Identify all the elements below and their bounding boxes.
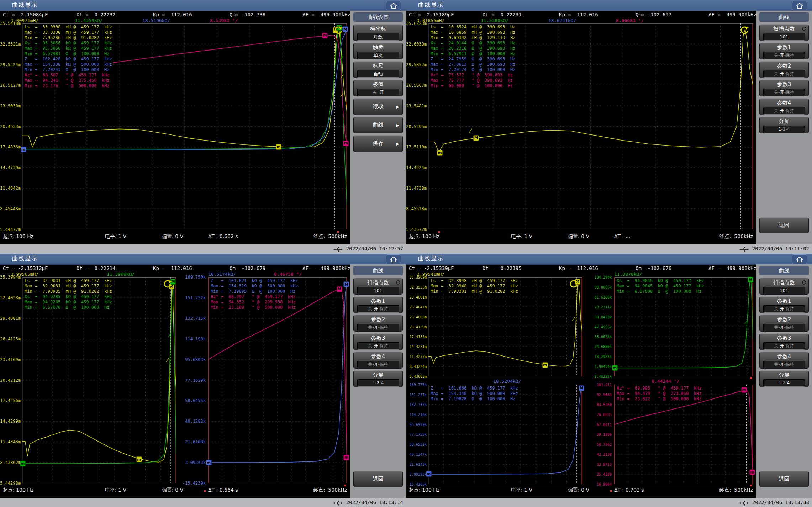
back-button[interactable]: 返回	[759, 217, 809, 233]
option-1[interactable]: 关	[774, 306, 778, 311]
param1-button[interactable]: 参数1关-开-保持	[353, 296, 403, 313]
option-3[interactable]: 保持	[380, 306, 388, 311]
y-axis-label: 47.4556k	[595, 325, 612, 329]
sweep-points-button[interactable]: 扫描点数101	[353, 278, 403, 295]
option-2[interactable]: 开	[374, 362, 378, 367]
option-3[interactable]: 4	[787, 380, 790, 385]
y-axis-label: 70.2311k	[595, 305, 612, 309]
sweep-points-button[interactable]: 扫描点数101	[759, 24, 809, 41]
home-button[interactable]	[386, 254, 401, 264]
option-3[interactable]: 保持	[786, 343, 794, 348]
option-1[interactable]: 关	[774, 108, 778, 113]
param1-button[interactable]: 参数1关-开-保持	[759, 296, 809, 313]
option-1[interactable]: 关	[774, 343, 778, 348]
option-2[interactable]: 开	[780, 90, 784, 95]
option-2[interactable]: 开	[780, 325, 784, 330]
param4-button[interactable]: 参数4关-开-保持	[353, 352, 403, 369]
softkey-options: 关-开-保持	[763, 70, 805, 78]
option-1[interactable]: 关	[368, 325, 372, 330]
option-3[interactable]: 保持	[786, 90, 794, 95]
option-3[interactable]: 保持	[380, 362, 388, 367]
option-1[interactable]: 关	[774, 362, 778, 367]
readout-line: Max = 94.352 ° @ 299.938 kHz	[210, 300, 296, 305]
option-1[interactable]: 关	[373, 90, 377, 95]
option-2[interactable]: 开	[374, 325, 378, 330]
param4-button[interactable]: 参数4关-开-保持	[759, 98, 809, 115]
softkey-label: 参数2	[354, 316, 402, 323]
option-3[interactable]: 保持	[786, 71, 794, 76]
option-2[interactable]: 开	[780, 362, 784, 367]
param2-button[interactable]: 参数2关-开-保持	[353, 315, 403, 332]
readout-line: Max = 94.9045 kΩ @ 459.177 kHz	[616, 284, 705, 289]
sweep-refresh-icon	[569, 279, 578, 289]
split-screen-button[interactable]: 分屏1-2-4	[759, 117, 809, 133]
option-3[interactable]: 保持	[786, 325, 794, 330]
readout-line: Min = 23.189 ° @ 500.000 kHz	[210, 305, 296, 310]
param2-button[interactable]: 参数2关-开-保持	[759, 315, 809, 332]
option-1[interactable]: 关	[368, 343, 372, 348]
softkey-label: 返回	[760, 222, 808, 229]
back-button[interactable]: 返回	[353, 471, 403, 487]
save-button[interactable]: 保存▶	[353, 135, 403, 152]
stat-item: Ct = -2.15189μF	[409, 12, 454, 17]
option-3[interactable]: 保持	[786, 306, 794, 311]
read-button[interactable]: 读取▶	[353, 98, 403, 115]
refresh-icon	[801, 280, 806, 286]
softkey-label: 参数3	[354, 335, 402, 342]
option-1[interactable]: 关	[774, 53, 778, 58]
y-axis-label: 59.1986	[597, 433, 612, 437]
split-screen-button[interactable]: 分屏1-2-4	[353, 370, 403, 387]
option-1[interactable]: 关	[774, 71, 778, 76]
y-axis-label: 11.4343m	[0, 439, 21, 444]
instrument-screen: { "colors": { "yellow": "#d2d200", "gree…	[0, 0, 812, 507]
sweep-points-button[interactable]: 扫描点数101	[759, 278, 809, 295]
home-button[interactable]	[386, 1, 401, 10]
option-3[interactable]: 保持	[786, 108, 794, 113]
stat-item: Kp = 112.016	[153, 12, 192, 17]
option-3[interactable]: 保持	[380, 343, 388, 348]
param3-button[interactable]: 参数3关-开-保持	[353, 333, 403, 350]
option-3[interactable]: 保持	[380, 325, 388, 330]
trigger-button[interactable]: 触发单次	[353, 43, 403, 59]
ruler-button[interactable]: 标尺自动	[353, 61, 403, 78]
option-2[interactable]: 开	[780, 306, 784, 311]
home-button[interactable]	[792, 1, 807, 10]
option-2[interactable]: 开	[780, 343, 784, 348]
y-axis-label: 17.4836m	[0, 144, 21, 149]
option-2[interactable]: 开	[780, 53, 784, 58]
option-2[interactable]: 开	[374, 306, 378, 311]
param3-button[interactable]: 参数3关-开-保持	[759, 80, 809, 96]
param2-button[interactable]: 参数2关-开-保持	[759, 61, 809, 78]
trace-readout: Z = 101.666 kΩ @ 459.177 kHzMax = 154.34…	[430, 386, 519, 402]
softkey-label: 返回	[760, 476, 808, 482]
option-2[interactable]: 开	[374, 343, 378, 348]
option-1[interactable]: 关	[774, 325, 778, 330]
softkey-options: 关 开	[357, 89, 399, 96]
marker-max: M	[473, 135, 479, 141]
option-2[interactable]: 开	[780, 108, 784, 113]
x-axis-mode-button[interactable]: 横坐标对数	[353, 24, 403, 41]
curve-button[interactable]: 曲线▶	[353, 117, 403, 133]
extremum-button[interactable]: 极值关 开	[353, 80, 403, 96]
softkey-label: 分屏	[760, 372, 808, 379]
y-axis-label: 17.4256m	[0, 398, 21, 403]
option-3[interactable]: 保持	[786, 53, 794, 58]
readout-line: Min = 6.57911 Ω @ 100.000 Hz	[430, 51, 516, 57]
back-button[interactable]: 返回	[759, 471, 809, 487]
param3-button[interactable]: 参数3关-开-保持	[759, 333, 809, 350]
split-screen-button[interactable]: 分屏1-2-4	[759, 370, 809, 387]
option-2[interactable]: 开	[780, 71, 784, 76]
param1-button[interactable]: 参数1关-开-保持	[759, 43, 809, 59]
option-3[interactable]: 保持	[786, 362, 794, 367]
option-2[interactable]: 开	[379, 90, 384, 95]
y-axis-label: 169.775k	[410, 383, 427, 387]
option-3[interactable]: 4	[381, 380, 384, 385]
option-3[interactable]: 4	[787, 127, 790, 132]
readout-line: Min = 7.95286 mH @ 91.0282 kHz	[24, 35, 113, 41]
footer-item: ΔT : 0.602 s	[208, 233, 238, 239]
param4-button[interactable]: 参数4关-开-保持	[759, 352, 809, 369]
option-1[interactable]: 关	[774, 90, 778, 95]
option-1[interactable]: 关	[368, 306, 372, 311]
option-1[interactable]: 关	[368, 362, 372, 367]
home-button[interactable]	[792, 254, 807, 264]
